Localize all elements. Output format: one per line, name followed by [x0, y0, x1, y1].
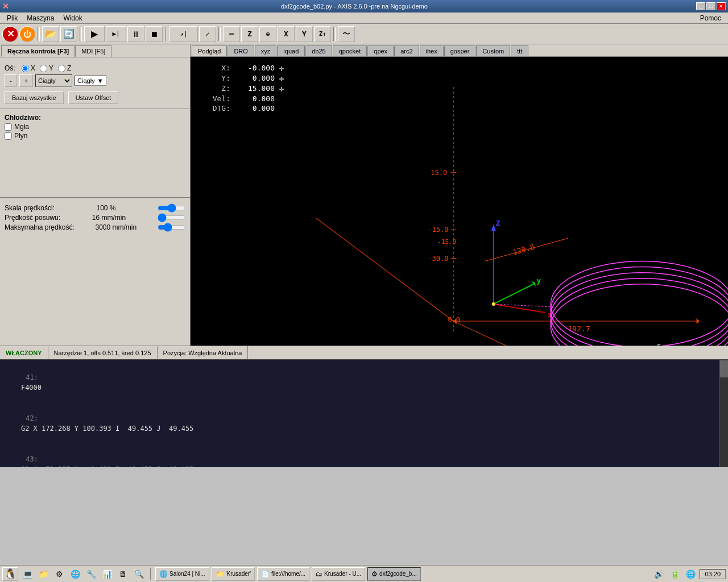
taskbar-salon24[interactable]: 🌐 Salon24 | Ni... [155, 567, 209, 581]
menu-widok[interactable]: Widok [59, 13, 86, 23]
menu-maszyna[interactable]: Maszyna [22, 13, 59, 23]
home-all-button[interactable]: Bazuj wszystkie [5, 92, 64, 104]
titlebar: ✕ dxf2gcode_b02.py - AXIS 2.6.0~pre na N… [0, 0, 728, 13]
z-touch-button[interactable]: Z [241, 26, 258, 42]
reload-button[interactable]: 🔄 [60, 26, 77, 42]
code-scrollbar[interactable] [719, 360, 728, 467]
quicklaunch-8[interactable]: 🔍 [132, 567, 146, 581]
y-touchoff-button[interactable]: Y [296, 26, 313, 42]
touchoff-button[interactable]: ⊕ [259, 26, 276, 42]
dim-192-bottom: 192.7 [568, 325, 590, 333]
tab-ihex[interactable]: ihex [420, 45, 444, 56]
set-offset-button[interactable]: Ustaw Offset [68, 92, 119, 104]
taskbar-file[interactable]: 📄 file:///home/... [257, 567, 309, 581]
jog-mode-select[interactable]: Ciągły Krokowy MPG [35, 74, 72, 87]
axis-y-radio[interactable] [40, 65, 47, 72]
tab-custom[interactable]: Custom [476, 45, 510, 56]
close-button[interactable]: ✕ [717, 2, 726, 10]
fog-label: Mgła [14, 123, 29, 131]
taskbar-krusader-u[interactable]: 🗂 Krusader - U... [312, 567, 365, 581]
tab-arc2[interactable]: arc2 [394, 45, 419, 56]
estop-button[interactable]: ✕ [2, 26, 18, 42]
speed-slider[interactable] [158, 204, 186, 212]
fog-checkbox[interactable] [5, 123, 12, 131]
reload-icon: 🔄 [63, 28, 75, 39]
speed-section: Skala prędkości: 100 % Prędkość posuwu: … [0, 197, 191, 238]
quicklaunch-1[interactable]: 💻 [20, 567, 34, 581]
machine-power-button[interactable]: ⏻ [19, 26, 35, 42]
maximize-button[interactable]: □ [706, 2, 715, 10]
tab-qpocket[interactable]: qpocket [333, 45, 367, 56]
abort-icon: ⏹ [150, 30, 158, 39]
tab-qpex[interactable]: qpex [367, 45, 394, 56]
quicklaunch-4[interactable]: 🌐 [68, 567, 82, 581]
tray-clock: 03:20 [700, 569, 726, 579]
dtg-coord-label: DTG: [208, 104, 230, 113]
taskbar-dxf2gcode[interactable]: ⚙ dxf2gcode_b... [367, 567, 421, 581]
y-cross-icon: ✛ [279, 74, 284, 83]
toolbar-separator-1 [38, 27, 40, 41]
z-cross-icon: ✛ [279, 84, 284, 93]
axis-z-radio[interactable] [58, 65, 65, 72]
tab-gosper[interactable]: gosper [444, 45, 476, 56]
x-touchoff-button[interactable]: X [278, 26, 295, 42]
code-panel: 41: F4000 42: G2 X 172.268 Y 100.393 I 4… [0, 359, 728, 467]
z-up-button[interactable]: Z↑ [314, 26, 331, 42]
tab-manual-control[interactable]: Ręczna kontrola [F3] [1, 45, 75, 57]
tab-dro[interactable]: DRO [228, 45, 254, 56]
taskbar-sep [150, 568, 151, 580]
flood-button[interactable]: 〜 [338, 26, 355, 42]
scroll-thumb[interactable] [720, 360, 728, 377]
axis-x-radio[interactable] [22, 65, 29, 72]
taskbar-krusader[interactable]: 📁 'Krusader' [212, 567, 255, 581]
main-area: Ręczna kontrola [F3] MDI [F5] Oś: X Y [0, 44, 728, 346]
menu-plik[interactable]: Plik [2, 13, 22, 23]
tab-mdi[interactable]: MDI [F5] [75, 45, 111, 57]
feed-slider[interactable] [158, 214, 186, 222]
tab-db25[interactable]: db25 [305, 45, 332, 56]
jog-minus-button[interactable]: - [5, 74, 17, 87]
run-from-line-button[interactable]: ▶| [106, 26, 126, 42]
pause-button[interactable]: ⏸ [127, 26, 144, 42]
tab-podglad[interactable]: Podgląd [192, 45, 227, 56]
jog-plus-button[interactable]: + [19, 74, 33, 87]
z-label-0: 0.0 [448, 316, 460, 324]
quicklaunch-2[interactable]: 📁 [36, 567, 50, 581]
tray-battery[interactable]: 🔋 [668, 567, 681, 581]
open-file-button[interactable]: 📂 [42, 26, 59, 42]
minimize-button[interactable]: _ [696, 2, 705, 10]
minus-button[interactable]: − [223, 26, 240, 42]
start-button[interactable]: 🐧 [2, 567, 18, 581]
code-42: G2 X 172.268 Y 100.393 I 49.455 J 49.455 [21, 425, 193, 433]
home-offset-buttons: Bazuj wszystkie Ustaw Offset [5, 92, 185, 104]
line-num-42: 42: [21, 413, 38, 423]
dxf-label: dxf2gcode_b... [379, 571, 417, 577]
tray-volume[interactable]: 🔊 [652, 567, 665, 581]
liquid-checkbox[interactable] [5, 132, 12, 140]
code-line-41: 41: F4000 [5, 362, 717, 403]
quicklaunch-6[interactable]: 📊 [100, 567, 114, 581]
quicklaunch-5[interactable]: 🔧 [84, 567, 98, 581]
line-num-41: 41: [21, 372, 38, 383]
position-mode: Pozycja: Względna Aktualna [163, 350, 242, 356]
vel-coord-value: 0.000 [235, 94, 275, 103]
max-feed-slider[interactable] [158, 223, 186, 231]
quicklaunch-7[interactable]: 🖥 [116, 567, 130, 581]
code-line-43: 43: G2 X 73.357 Y 1.482 I -49.455 J -49.… [5, 444, 717, 467]
tab-iquad[interactable]: iquad [277, 45, 305, 56]
tab-ttt[interactable]: ttt [511, 45, 528, 56]
tray-network[interactable]: 🌐 [684, 567, 697, 581]
tab-xyz[interactable]: xyz [255, 45, 277, 56]
pause-icon: ⏸ [132, 30, 140, 39]
step-button[interactable]: ↗| [169, 26, 198, 42]
abort-button[interactable]: ⏹ [146, 26, 163, 42]
code-line-42: 42: G2 X 172.268 Y 100.393 I 49.455 J 49… [5, 403, 717, 444]
quicklaunch-3[interactable]: ⚙ [52, 567, 66, 581]
dxf-icon: ⚙ [371, 570, 378, 578]
menu-help[interactable]: Pomoc [696, 13, 726, 23]
jog-mode-display: Ciągły ▼ [75, 76, 106, 86]
run-button[interactable]: ▶ [84, 26, 105, 42]
krusader-u-label: Krusader - U... [324, 571, 361, 577]
file-icon: 📄 [261, 570, 270, 578]
verify-button[interactable]: ✓ [199, 26, 216, 42]
